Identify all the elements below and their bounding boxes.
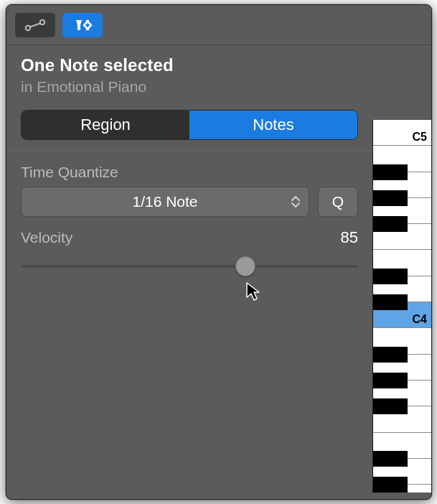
- automation-curve-icon: [24, 19, 46, 32]
- svg-line-2: [30, 23, 40, 27]
- tab-notes[interactable]: Notes: [189, 111, 357, 139]
- selection-title: One Note selected: [21, 55, 417, 75]
- piano-black-key[interactable]: [373, 164, 408, 180]
- velocity-slider[interactable]: [21, 256, 358, 277]
- automation-tool-button[interactable]: [15, 13, 55, 37]
- piano-black-key[interactable]: [373, 451, 408, 467]
- piano-ruler[interactable]: C5C4C3: [372, 120, 431, 493]
- midi-filter-icon: [71, 18, 94, 32]
- velocity-label: Velocity: [21, 229, 72, 246]
- stepper-chevrons-icon: [291, 196, 300, 207]
- note-controls: Time Quantize 1/16 Note Q Velocity 85: [6, 151, 431, 290]
- octave-label-c5: C5: [413, 131, 427, 144]
- piano-black-key[interactable]: [373, 477, 408, 493]
- piano-black-key[interactable]: [373, 294, 408, 310]
- time-quantize-value: 1/16 Note: [132, 193, 197, 210]
- piano-black-key[interactable]: [373, 269, 408, 284]
- segmented-wrap: Region Notes: [6, 103, 431, 150]
- time-quantize-label: Time Quantize: [21, 164, 417, 181]
- quantize-button[interactable]: Q: [318, 187, 358, 217]
- piano-black-key[interactable]: [373, 347, 408, 363]
- octave-label-c4: C4: [413, 313, 427, 326]
- tab-region[interactable]: Region: [22, 111, 189, 139]
- midi-filter-button[interactable]: [62, 13, 103, 37]
- piano-black-key[interactable]: [373, 373, 408, 388]
- svg-point-0: [26, 25, 30, 29]
- piano-key-c5[interactable]: C5: [373, 120, 431, 146]
- svg-point-1: [40, 19, 44, 24]
- slider-thumb[interactable]: [235, 256, 255, 276]
- velocity-value: 85: [341, 228, 358, 247]
- inspector-header: One Note selected in Emotional Piano: [6, 45, 431, 103]
- piano-black-key[interactable]: [373, 190, 408, 206]
- toolbar: [6, 5, 431, 45]
- time-quantize-dropdown[interactable]: 1/16 Note: [21, 187, 309, 217]
- region-notes-segmented: Region Notes: [21, 110, 358, 140]
- piano-black-key[interactable]: [373, 398, 408, 414]
- selection-subtitle: in Emotional Piano: [21, 78, 417, 95]
- piano-black-key[interactable]: [373, 216, 408, 232]
- inspector-window: One Note selected in Emotional Piano Reg…: [6, 4, 432, 500]
- slider-track: [21, 265, 358, 268]
